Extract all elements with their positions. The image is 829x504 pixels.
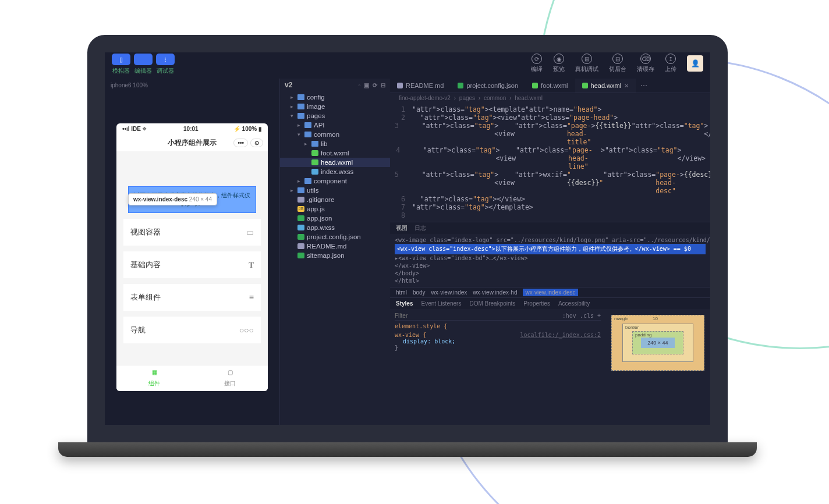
crumb-1[interactable]: body bbox=[413, 289, 426, 296]
new-file-icon[interactable]: ▫ bbox=[358, 82, 360, 88]
toolbar-0[interactable]: ▯ 模拟器 bbox=[112, 54, 130, 75]
toolbar-1[interactable]: 编辑器 bbox=[134, 54, 153, 75]
tree-item-index.wxss[interactable]: index.wxss bbox=[280, 167, 390, 176]
nav-more-button[interactable]: ••• bbox=[233, 139, 248, 147]
main-area: iphone6 100% ••ıl IDE ᯤ 10:01 ⚡ 100% ▮ 小… bbox=[105, 79, 710, 425]
toolbar: ▯ 模拟器 编辑器 ⫶ 调试器 ⟳编译 ◉预览 ⊞真机调试 ⊟切后台 ⌫清缓存 … bbox=[105, 50, 710, 79]
phone-body: wx-view.index-desc 240 × 44 以下将展示小程序官方组件… bbox=[116, 151, 268, 372]
tree-item-sitemap.json[interactable]: sitemap.json bbox=[280, 251, 390, 260]
tree-item-app.json[interactable]: app.json bbox=[280, 214, 390, 223]
status-battery: ⚡ 100% ▮ bbox=[233, 126, 262, 132]
action-上传[interactable]: ↥上传 bbox=[665, 54, 676, 73]
bm-border-label: border bbox=[625, 325, 639, 330]
tree-item-common[interactable]: ▾ common bbox=[280, 130, 390, 139]
styles-filter: :hov .cls + bbox=[395, 311, 601, 321]
editor-panel: README.md project.config.json foot.wxml … bbox=[390, 79, 710, 425]
breadcrumb: fino-applet-demo-v2 › pages › common › h… bbox=[390, 93, 710, 103]
phone-frame: ••ıl IDE ᯤ 10:01 ⚡ 100% ▮ 小程序组件展示 ••• ⊙ bbox=[116, 123, 268, 391]
code-editor[interactable]: 1"attr">class="tag"><template "attr">nam… bbox=[390, 103, 710, 222]
crumb-3[interactable]: wx-view.index-hd bbox=[473, 289, 517, 296]
nav-title: 小程序组件展示 bbox=[168, 138, 217, 148]
tree-item-head.wxml[interactable]: head.wxml bbox=[280, 158, 390, 167]
component-card-3[interactable]: 导航○○○ bbox=[123, 317, 261, 343]
panel-tab-1[interactable]: Event Listeners bbox=[421, 300, 461, 307]
tree-item-.gitignore[interactable]: .gitignore bbox=[280, 195, 390, 204]
dom-node-4[interactable]: </body> bbox=[395, 269, 706, 277]
tree-item-foot.wxml[interactable]: foot.wxml bbox=[280, 148, 390, 158]
tree-item-pages[interactable]: ▾ pages bbox=[280, 111, 390, 120]
action-切后台[interactable]: ⊟切后台 bbox=[609, 54, 626, 73]
nav-close-button[interactable]: ⊙ bbox=[250, 139, 263, 147]
tree-item-utils[interactable]: ▸ utils bbox=[280, 186, 390, 195]
editor-tab-1[interactable]: project.config.json bbox=[451, 79, 525, 93]
action-编译[interactable]: ⟳编译 bbox=[531, 54, 543, 73]
tooltip-selector: wx-view.index-desc bbox=[133, 196, 187, 203]
editor-tab-3[interactable]: head.wxml✕ bbox=[575, 79, 636, 93]
filter-actions[interactable]: :hov .cls + bbox=[562, 313, 601, 319]
tree-item-API[interactable]: ▸ API bbox=[280, 120, 390, 130]
dom-node-0[interactable]: <wx-image class="index-logo" src="../res… bbox=[395, 236, 706, 244]
app-title: v2-FinClip小程序开发工具 bbox=[371, 41, 445, 50]
tree-item-app.js[interactable]: JS app.js bbox=[280, 204, 390, 214]
tree-item-image[interactable]: ▸ image bbox=[280, 102, 390, 111]
tree-item-README.md[interactable]: README.md bbox=[280, 242, 390, 251]
new-folder-icon[interactable]: ▣ bbox=[364, 82, 369, 88]
editor-tab-2[interactable]: foot.wxml bbox=[525, 79, 575, 93]
tree-item-config[interactable]: ▸ config bbox=[280, 93, 390, 102]
component-card-0[interactable]: 视图容器▭ bbox=[123, 219, 261, 246]
bm-margin-label: margin bbox=[614, 316, 628, 321]
devtools-panel-tabs: StylesEvent ListenersDOM BreakpointsProp… bbox=[390, 297, 710, 309]
titlebar: v2-FinClip小程序开发工具 bbox=[105, 41, 710, 50]
crumb-0[interactable]: html bbox=[396, 289, 407, 296]
dom-tree[interactable]: <wx-image class="index-logo" src="../res… bbox=[390, 234, 710, 287]
panel-tab-2[interactable]: DOM Breakpoints bbox=[469, 300, 515, 307]
editor-tab-0[interactable]: README.md bbox=[390, 79, 451, 93]
dt-tab-elements[interactable]: 视图 bbox=[396, 224, 408, 232]
dom-node-3[interactable]: </wx-view> bbox=[395, 262, 706, 269]
panel-tab-3[interactable]: Properties bbox=[523, 300, 550, 307]
tree-item-lib[interactable]: ▸ lib bbox=[280, 139, 390, 148]
avatar[interactable]: 👤 bbox=[687, 55, 703, 72]
tooltip-size: 240 × 44 bbox=[189, 196, 212, 203]
styles-panel: :hov .cls + element.style { </span> <div… bbox=[390, 309, 605, 425]
bm-content: 240 × 44 bbox=[641, 338, 675, 348]
refresh-icon[interactable]: ⟳ bbox=[373, 82, 377, 88]
component-card-2[interactable]: 表单组件≡ bbox=[123, 284, 261, 311]
devtools-top-tabs: 视图 日志 bbox=[390, 222, 710, 234]
crumb-2[interactable]: wx-view.index bbox=[431, 289, 467, 296]
phone-tab-0[interactable]: ▦组件 bbox=[116, 365, 192, 391]
dt-tab-console[interactable]: 日志 bbox=[414, 224, 426, 232]
camera-dot bbox=[405, 42, 410, 47]
component-card-1[interactable]: 基础内容𝐓 bbox=[123, 251, 261, 278]
panel-tab-0[interactable]: Styles bbox=[396, 300, 413, 307]
collapse-icon[interactable]: ⊟ bbox=[381, 82, 385, 88]
dom-node-2[interactable]: ▸<wx-view class="index-bd">…</wx-view> bbox=[395, 254, 706, 262]
panel-tab-4[interactable]: Accessibility bbox=[558, 300, 590, 307]
file-tree: ▸ config ▸ image ▾ pages ▸ API ▾ common … bbox=[280, 91, 390, 261]
laptop-frame: 项目 帮助 — ▢ ✕ v2-FinClip小程序开发工具 ▯ 模拟器 编辑器 bbox=[87, 35, 728, 457]
css-rule-0[interactable]: element.style { bbox=[395, 323, 601, 329]
phone-statusbar: ••ıl IDE ᯤ 10:01 ⚡ 100% ▮ bbox=[116, 123, 268, 134]
simulator-panel: iphone6 100% ••ıl IDE ᯤ 10:01 ⚡ 100% ▮ 小… bbox=[105, 79, 279, 425]
action-清缓存[interactable]: ⌫清缓存 bbox=[637, 54, 654, 73]
tree-item-project.config.json[interactable]: project.config.json bbox=[280, 232, 390, 242]
devtools: 视图 日志 <wx-image class="index-logo" src="… bbox=[390, 222, 710, 425]
action-真机调试[interactable]: ⊞真机调试 bbox=[575, 54, 598, 73]
tree-item-component[interactable]: ▸ component bbox=[280, 176, 390, 186]
file-explorer: v2 ▫ ▣ ⟳ ⊟ ▸ config ▸ image ▾ bbox=[279, 79, 390, 425]
toolbar-2[interactable]: ⫶ 调试器 bbox=[156, 54, 175, 75]
action-预览[interactable]: ◉预览 bbox=[553, 54, 565, 73]
crumb-4[interactable]: wx-view.index-desc bbox=[523, 289, 578, 296]
box-model: margin 10 border padding 240 × 44 bbox=[605, 309, 710, 425]
css-rule-2[interactable]: localfile:/_index.css:2 wx-view {display… bbox=[395, 332, 601, 351]
filter-input[interactable] bbox=[395, 313, 562, 319]
dom-node-1[interactable]: <wx-view class="index-desc">以下将展示小程序官方组件… bbox=[395, 244, 706, 254]
status-signal: ••ıl IDE ᯤ bbox=[122, 126, 148, 132]
tab-overflow-icon[interactable]: ⋯ bbox=[636, 79, 652, 93]
tree-root[interactable]: v2 bbox=[285, 81, 292, 89]
tree-item-app.wxss[interactable]: app.wxss bbox=[280, 223, 390, 232]
bm-padding-label: padding bbox=[635, 332, 651, 338]
phone-tab-1[interactable]: ▢接口 bbox=[192, 365, 268, 391]
dom-node-5[interactable]: </html> bbox=[395, 277, 706, 285]
tab-close-icon: ✕ bbox=[624, 83, 629, 89]
